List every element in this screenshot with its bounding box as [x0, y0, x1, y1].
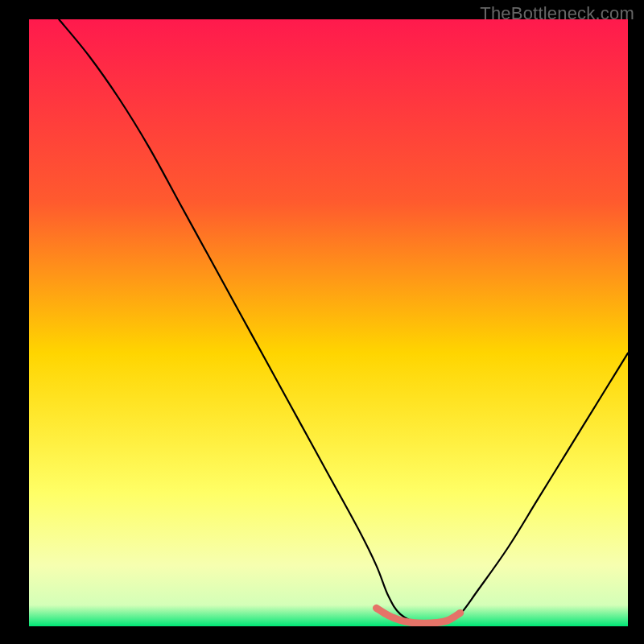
watermark-text: TheBottleneck.com — [480, 3, 634, 24]
bottleneck-chart: TheBottleneck.com — [0, 0, 644, 644]
plot-background — [29, 19, 628, 626]
chart-svg — [0, 0, 644, 644]
